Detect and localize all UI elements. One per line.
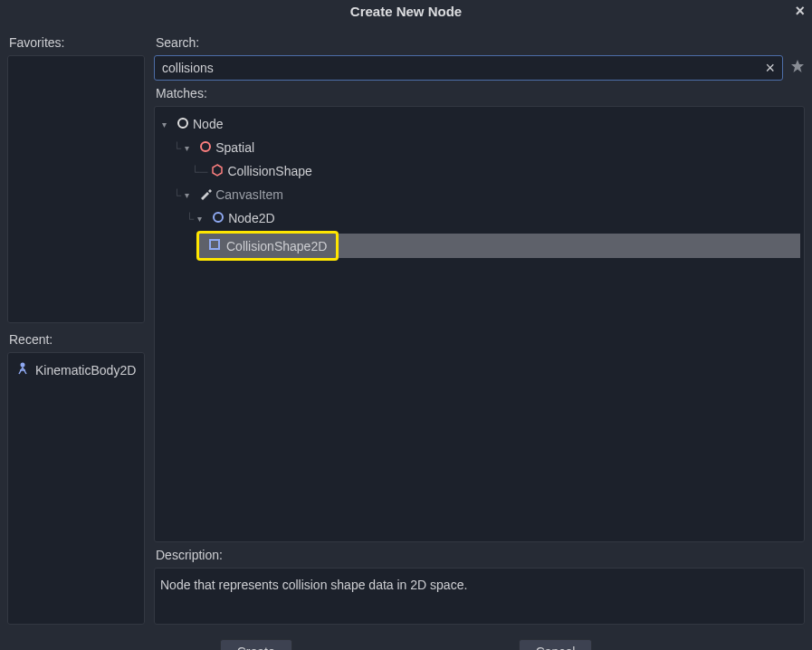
canvas-item-icon [199,187,212,203]
dialog-title: Create New Node [350,4,462,19]
search-label: Search: [154,30,805,55]
svg-rect-4 [210,240,219,249]
node-icon [177,117,189,132]
tree-line: └─ [191,165,207,178]
description-panel: Node that represents collision shape dat… [154,568,805,625]
tree-line: └ [173,141,181,155]
tree-item-label: CollisionShape2D [226,239,327,253]
favorites-panel [7,55,145,323]
description-label: Description: [154,542,805,568]
description-text: Node that represents collision shape dat… [160,578,467,592]
recent-item-label: KinematicBody2D [35,363,136,378]
tree-item-canvasitem[interactable]: └ ▾ CanvasItem [158,183,800,206]
tree-item-node2d[interactable]: └ ▾ Node2D [158,206,800,230]
tree-item-collisionshape[interactable]: └─ CollisionShape [158,159,800,183]
tree-item-label: Node [193,117,223,131]
chevron-down-icon[interactable]: ▾ [162,119,173,129]
search-input[interactable] [158,61,761,75]
favorites-label: Favorites: [7,30,145,55]
svg-point-2 [201,142,210,151]
chevron-down-icon[interactable]: ▾ [197,214,208,224]
tree-item-collisionshape2d[interactable] [339,234,800,258]
tree-line: └ [173,188,181,202]
tree-item-label: Spatial [215,140,254,155]
clear-search-icon[interactable]: × [761,59,779,78]
search-input-container: × [154,55,783,81]
create-button[interactable]: Create [220,639,292,650]
matches-label: Matches: [154,81,805,106]
tree-item-node[interactable]: ▾ Node [158,112,800,136]
recent-label: Recent: [7,327,145,352]
tree-item-label: CollisionShape [227,164,311,178]
tree-item-spatial[interactable]: └ ▾ Spatial [158,136,800,159]
tree-item-label: Node2D [228,211,274,225]
tree-line: └ [186,212,194,225]
close-icon[interactable]: × [795,2,805,21]
svg-point-3 [214,213,223,222]
recent-item-kinematicbody2d[interactable]: KinematicBody2D [12,357,140,383]
title-bar: Create New Node × [0,0,812,23]
recent-panel: KinematicBody2D [7,352,145,625]
favorite-star-icon[interactable] [790,59,805,77]
chevron-down-icon[interactable]: ▾ [185,190,196,200]
collision-shape-icon [211,164,224,179]
chevron-down-icon[interactable]: ▾ [185,143,196,153]
matches-panel: ▾ Node └ ▾ Spatial └─ CollisionShap [154,106,805,542]
kinematic-body-icon [15,361,30,378]
collision-shape-2d-icon [208,238,221,253]
spatial-icon [199,140,212,156]
tree-item-label: CanvasItem [215,187,283,202]
cancel-button[interactable]: Cancel [519,639,593,650]
svg-point-1 [178,119,187,128]
node2d-icon [212,211,224,226]
highlighted-selection: CollisionShape2D [196,231,339,261]
